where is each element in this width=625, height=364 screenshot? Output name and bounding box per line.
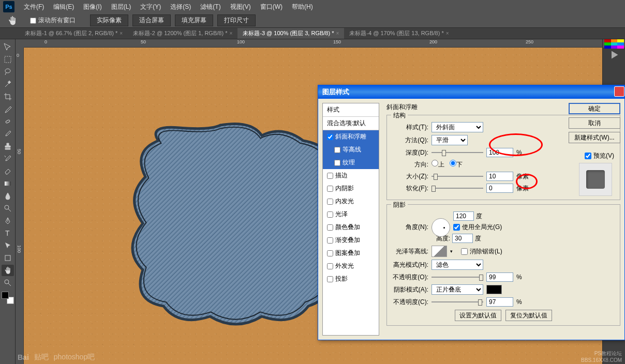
ok-button[interactable]: 确定 xyxy=(569,103,620,114)
color-swatches[interactable] xyxy=(2,292,14,304)
global-light-checkbox[interactable]: 使用全局光(G) xyxy=(453,223,502,232)
shadow-color-picker[interactable] xyxy=(486,285,502,294)
direction-down-radio[interactable]: 下 xyxy=(450,160,463,169)
style-inner-shadow[interactable]: 内阴影 xyxy=(323,182,379,195)
soften-input[interactable] xyxy=(486,184,513,193)
styles-list: 样式 混合选项:默认 斜面和浮雕 等高线 纹理 描边 内阴影 内发光 光泽 颜色… xyxy=(322,103,379,336)
close-icon[interactable]: × xyxy=(336,31,339,36)
new-style-button[interactable]: 新建样式(W)... xyxy=(569,132,620,143)
soften-slider[interactable] xyxy=(431,184,483,193)
menu-help[interactable]: 帮助(H) xyxy=(288,1,317,13)
style-texture[interactable]: 纹理 xyxy=(323,156,379,169)
size-slider[interactable] xyxy=(431,172,483,181)
tab-doc1[interactable]: 未标题-1 @ 66.7% (图层 2, RGB/8) *× xyxy=(20,28,128,39)
menu-view[interactable]: 视图(V) xyxy=(226,1,255,13)
style-select[interactable]: 外斜面 xyxy=(431,122,483,132)
highlight-opacity-slider[interactable] xyxy=(431,272,483,282)
blur-tool[interactable] xyxy=(2,190,14,202)
gloss-contour-picker[interactable] xyxy=(431,246,447,257)
dodge-tool[interactable] xyxy=(2,203,14,214)
svg-text:T: T xyxy=(5,229,10,237)
menu-edit[interactable]: 编辑(E) xyxy=(49,1,78,13)
style-bevel-emboss[interactable]: 斜面和浮雕 xyxy=(323,130,379,143)
play-icon[interactable] xyxy=(609,50,619,60)
styles-header[interactable]: 样式 xyxy=(323,103,379,117)
altitude-input[interactable] xyxy=(452,234,473,243)
eraser-tool[interactable] xyxy=(2,165,14,177)
depth-input[interactable] xyxy=(486,148,513,157)
shadow-mode-select[interactable]: 正片叠底 xyxy=(431,284,483,295)
heal-tool[interactable] xyxy=(2,116,14,127)
blend-options-default[interactable]: 混合选项:默认 xyxy=(323,117,379,130)
reset-default-button[interactable]: 复位为默认值 xyxy=(505,310,552,321)
depth-slider[interactable] xyxy=(431,148,483,157)
cancel-button[interactable]: 取消 xyxy=(569,117,620,129)
layer-style-dialog: 图层样式 样式 混合选项:默认 斜面和浮雕 等高线 纹理 描边 内阴影 内发光 … xyxy=(318,85,625,340)
fit-screen-button[interactable]: 适合屏幕 xyxy=(132,14,171,26)
angle-picker[interactable] xyxy=(431,218,450,237)
crop-tool[interactable] xyxy=(2,91,14,102)
technique-select[interactable]: 平滑 xyxy=(431,135,468,145)
color-swatches-panel[interactable] xyxy=(604,39,624,49)
style-contour[interactable]: 等高线 xyxy=(323,143,379,156)
menu-select[interactable]: 选择(S) xyxy=(166,1,195,13)
shadow-opacity-label: 不透明度(C): xyxy=(392,298,428,307)
shadow-opacity-slider[interactable] xyxy=(431,297,483,307)
stamp-tool[interactable] xyxy=(2,141,14,152)
style-inner-glow[interactable]: 内发光 xyxy=(323,195,379,208)
marquee-tool[interactable] xyxy=(2,54,14,65)
hand-tool[interactable] xyxy=(2,265,14,276)
angle-input[interactable] xyxy=(453,211,474,221)
menu-type[interactable]: 文字(Y) xyxy=(136,1,165,13)
direction-up-radio[interactable]: 上 xyxy=(431,160,444,169)
type-tool[interactable]: T xyxy=(2,228,14,239)
menu-file[interactable]: 文件(F) xyxy=(20,1,48,13)
set-default-button[interactable]: 设置为默认值 xyxy=(455,310,501,321)
tab-doc3[interactable]: 未标题-3 @ 100% (图层 3, RGB/8) *× xyxy=(237,28,344,39)
wand-tool[interactable] xyxy=(2,79,14,90)
svg-rect-0 xyxy=(5,56,11,63)
history-brush-tool[interactable] xyxy=(2,153,14,164)
menu-window[interactable]: 窗口(W) xyxy=(256,1,287,13)
style-gradient-overlay[interactable]: 渐变叠加 xyxy=(323,234,379,247)
fill-screen-button[interactable]: 填充屏幕 xyxy=(175,14,213,26)
style-pattern-overlay[interactable]: 图案叠加 xyxy=(323,247,379,260)
pen-tool[interactable] xyxy=(2,215,14,226)
actual-pixels-button[interactable]: 实际像素 xyxy=(90,14,128,26)
shadow-opacity-input[interactable] xyxy=(486,297,513,307)
close-icon[interactable]: × xyxy=(229,31,232,36)
zoom-tool[interactable] xyxy=(2,277,14,289)
menu-layer[interactable]: 图层(L) xyxy=(107,1,136,13)
brush-tool[interactable] xyxy=(2,128,14,140)
close-button[interactable] xyxy=(614,86,624,97)
menu-filter[interactable]: 滤镜(T) xyxy=(196,1,225,13)
direction-label: 方向: xyxy=(392,160,428,169)
style-satin[interactable]: 光泽 xyxy=(323,208,379,221)
dialog-title[interactable]: 图层样式 xyxy=(318,85,624,99)
path-select-tool[interactable] xyxy=(2,240,14,251)
style-outer-glow[interactable]: 外发光 xyxy=(323,260,379,272)
highlight-mode-select[interactable]: 滤色 xyxy=(431,260,483,270)
style-drop-shadow[interactable]: 投影 xyxy=(323,272,379,285)
close-icon[interactable]: × xyxy=(446,31,449,36)
scroll-all-windows-checkbox[interactable]: 滚动所有窗口 xyxy=(30,16,76,25)
menu-image[interactable]: 图像(I) xyxy=(79,1,106,13)
style-stroke[interactable]: 描边 xyxy=(323,169,379,182)
tab-doc2[interactable]: 未标题-2 @ 1200% (图层 1, RGB/8) *× xyxy=(128,28,237,39)
move-tool[interactable] xyxy=(2,41,14,53)
foreground-color[interactable] xyxy=(2,292,9,299)
print-size-button[interactable]: 打印尺寸 xyxy=(217,14,256,26)
gradient-tool[interactable] xyxy=(2,178,14,189)
lasso-tool[interactable] xyxy=(2,66,14,78)
eyedropper-tool[interactable] xyxy=(2,103,14,115)
shape-tool[interactable] xyxy=(2,252,14,264)
antialias-checkbox[interactable]: 消除锯齿(L) xyxy=(461,247,502,256)
preview-checkbox[interactable]: 预览(V) xyxy=(585,151,614,160)
highlight-opacity-input[interactable] xyxy=(486,272,513,282)
tab-doc4[interactable]: 未标题-4 @ 170% (图层 13, RGB/8) *× xyxy=(344,28,454,39)
watermark-right: PS教程论坛 BBS.16XX8.COM xyxy=(581,350,622,363)
style-color-overlay[interactable]: 颜色叠加 xyxy=(323,221,379,234)
size-input[interactable] xyxy=(486,172,513,181)
close-icon[interactable]: × xyxy=(120,31,123,36)
svg-point-4 xyxy=(5,205,9,209)
